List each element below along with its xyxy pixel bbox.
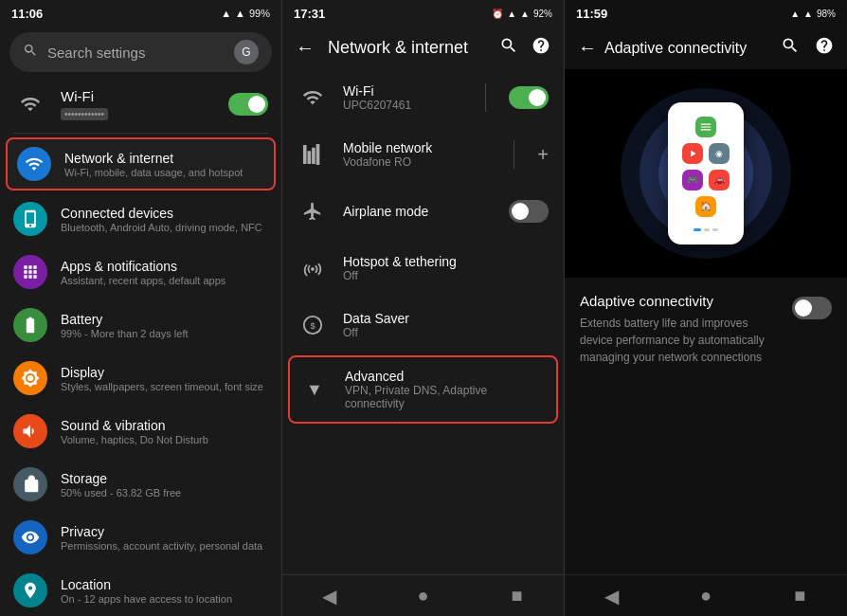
help-nav-icon-3[interactable] <box>815 36 834 60</box>
time-2: 17:31 <box>294 7 325 21</box>
mobile-list-sub: Vodafone RO <box>343 155 491 169</box>
search-icon <box>23 43 38 62</box>
sound-icon <box>13 414 47 448</box>
recents-nav-btn-2[interactable]: ■ <box>498 582 536 610</box>
sound-subtitle: Volume, haptics, Do Not Disturb <box>61 434 208 445</box>
illustration-wrapper: ◉ 🎮 🚗 🏠 <box>611 83 801 263</box>
indicator-dot-active <box>694 228 701 231</box>
storage-subtitle: 50% used - 63.82 GB free <box>61 487 181 498</box>
storage-icon <box>13 467 47 501</box>
sound-title: Sound & vibration <box>61 418 208 433</box>
storage-text: Storage 50% used - 63.82 GB free <box>61 471 181 498</box>
app-row-4: 🏠 <box>695 196 716 217</box>
connected-title: Connected devices <box>61 206 262 221</box>
wifi-list-title: Wi-Fi <box>343 83 462 99</box>
home-nav-btn-2[interactable]: ● <box>405 582 442 610</box>
network-subtitle: Wi-Fi, mobile, data usage, and hotspot <box>64 167 243 178</box>
search-nav-icon-3[interactable] <box>781 36 800 60</box>
location-text: Location On - 12 apps have access to loc… <box>61 577 232 605</box>
bottom-nav-2: ◀ ● ■ <box>282 574 564 616</box>
phone-body: ◉ 🎮 🚗 🏠 <box>668 102 744 245</box>
back-button-2[interactable]: ← <box>296 37 315 59</box>
settings-list: Network & internet Wi-Fi, mobile, data u… <box>0 136 281 616</box>
search-placeholder: Search settings <box>47 45 225 61</box>
app-icon-2 <box>682 143 703 164</box>
wifi-list-toggle[interactable] <box>509 86 549 109</box>
privacy-icon <box>13 520 47 554</box>
network-title: Network & internet <box>64 151 243 166</box>
settings-item-privacy[interactable]: Privacy Permissions, account activity, p… <box>0 511 281 564</box>
panel-settings-list: 11:06 ▲ ▲ 99% Search settings G Wi-Fi ••… <box>0 0 282 616</box>
wifi-list-text: Wi-Fi UPC6207461 <box>343 83 462 112</box>
panel2-title: Network & internet <box>328 38 486 58</box>
adaptive-info-row: Adaptive connectivity Extends battery li… <box>565 278 847 381</box>
recents-nav-btn-3[interactable]: ■ <box>781 582 819 610</box>
settings-item-storage[interactable]: Storage 50% used - 63.82 GB free <box>0 458 281 511</box>
network-item-datasaver[interactable]: $ Data Saver Off <box>282 297 564 353</box>
settings-item-battery[interactable]: Battery 99% - More than 2 days left <box>0 299 281 352</box>
app-icon-3: ◉ <box>709 143 730 164</box>
network-list: Wi-Fi UPC6207461 Mobile network Vodafone… <box>282 69 564 574</box>
adaptive-feature-desc: Extends battery life and improves device… <box>580 315 781 366</box>
spacer-3 <box>565 381 847 574</box>
advanced-list-sub: VPN, Private DNS, Adaptive connectivity <box>345 384 547 410</box>
adaptive-toggle[interactable] <box>792 297 832 319</box>
search-bar[interactable]: Search settings G <box>9 32 272 72</box>
status-bar-3: 11:59 ▲ ▲ 98% <box>565 0 847 27</box>
connected-icon <box>13 202 47 236</box>
wifi-text: Wi-Fi •••••••••••• <box>61 88 215 121</box>
signal-icon-3: ▲ <box>790 9 800 19</box>
back-nav-btn-3[interactable]: ◀ <box>593 582 631 610</box>
datasaver-list-title: Data Saver <box>343 311 549 326</box>
network-item-wifi[interactable]: Wi-Fi UPC6207461 <box>282 69 564 126</box>
settings-item-apps[interactable]: Apps & notifications Assistant, recent a… <box>0 245 281 299</box>
apps-title: Apps & notifications <box>61 259 225 274</box>
network-item-hotspot[interactable]: Hotspot & tethering Off <box>282 240 564 297</box>
hotspot-list-sub: Off <box>343 269 549 282</box>
app-icon-5: 🚗 <box>709 170 730 190</box>
app-row-3: 🎮 🚗 <box>682 170 730 190</box>
help-nav-icon-2[interactable] <box>532 36 550 60</box>
status-bar-1: 11:06 ▲ ▲ 99% <box>0 0 281 27</box>
airplane-toggle[interactable] <box>509 200 549 223</box>
settings-item-sound[interactable]: Sound & vibration Volume, haptics, Do No… <box>0 405 281 458</box>
wifi-icon-2: ▲ <box>520 9 530 19</box>
account-avatar[interactable]: G <box>234 40 259 64</box>
settings-item-display[interactable]: Display Styles, wallpapers, screen timeo… <box>0 352 281 405</box>
bottom-nav-3: ◀ ● ■ <box>565 574 847 616</box>
display-text: Display Styles, wallpapers, screen timeo… <box>61 365 263 392</box>
battery-icon-2: 92% <box>533 9 552 19</box>
indicator-dot-1 <box>704 228 710 231</box>
app-row-1 <box>695 117 716 137</box>
settings-item-location[interactable]: Location On - 12 apps have access to loc… <box>0 564 281 616</box>
airplane-list-title: Airplane mode <box>343 204 494 219</box>
home-nav-btn-3[interactable]: ● <box>687 582 725 610</box>
location-title: Location <box>61 577 232 592</box>
add-mobile-icon[interactable]: + <box>537 144 549 166</box>
location-subtitle: On - 12 apps have access to location <box>61 593 232 605</box>
panel3-title: Adaptive connectivity <box>604 40 773 57</box>
mobile-list-text: Mobile network Vodafone RO <box>343 140 491 169</box>
display-title: Display <box>61 365 263 380</box>
settings-item-connected[interactable]: Connected devices Bluetooth, Android Aut… <box>0 192 281 245</box>
app-icon-4: 🎮 <box>682 170 703 190</box>
airplane-list-text: Airplane mode <box>343 204 494 219</box>
hotspot-list-icon <box>297 253 328 283</box>
wifi-item[interactable]: Wi-Fi •••••••••••• <box>0 78 281 131</box>
settings-item-network[interactable]: Network & internet Wi-Fi, mobile, data u… <box>6 137 276 190</box>
wifi-toggle[interactable] <box>228 93 268 116</box>
phone-indicator <box>694 228 718 231</box>
back-nav-btn-2[interactable]: ◀ <box>311 582 349 610</box>
battery-icon-3: 98% <box>817 9 836 19</box>
network-item-airplane[interactable]: Airplane mode <box>282 183 564 240</box>
network-item-advanced[interactable]: ▼ Advanced VPN, Private DNS, Adaptive co… <box>288 355 558 424</box>
network-item-mobile[interactable]: Mobile network Vodafone RO + <box>282 126 564 183</box>
network-icon <box>17 147 51 181</box>
battery-title: Battery <box>61 312 189 327</box>
wifi-icon-item <box>13 87 47 121</box>
datasaver-list-icon: $ <box>297 310 328 340</box>
datasaver-list-sub: Off <box>343 326 549 339</box>
search-nav-icon-2[interactable] <box>499 36 518 60</box>
back-button-3[interactable]: ← <box>578 37 597 59</box>
svg-text:$: $ <box>310 321 315 331</box>
